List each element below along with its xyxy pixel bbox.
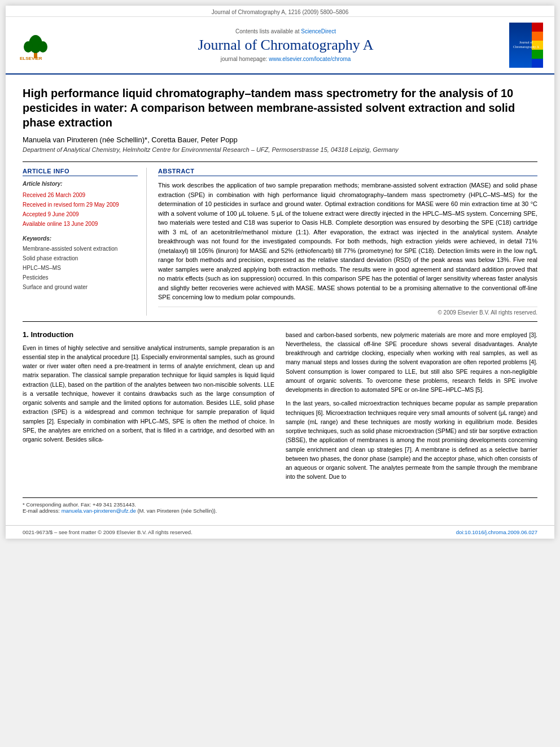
elsevier-logo: ELSEVIER bbox=[17, 27, 62, 63]
abstract-column: ABSTRACT This work describes the applica… bbox=[158, 168, 537, 316]
journal-title: Journal of Chromatography A bbox=[62, 37, 509, 54]
page: Journal of Chromatography A, 1216 (2009)… bbox=[6, 6, 554, 539]
divider bbox=[23, 161, 537, 162]
abstract-text: This work describes the application of t… bbox=[158, 181, 537, 302]
svg-point-2 bbox=[24, 41, 33, 53]
email-note: E-mail address: manuela.van-pinxteren@uf… bbox=[23, 508, 537, 514]
corresponding-note: * Corresponding author. Fax: +49 341 235… bbox=[23, 501, 537, 508]
journal-homepage-link[interactable]: www.elsevier.com/locate/chroma bbox=[269, 56, 351, 62]
available-date: Available online 13 June 2009 bbox=[23, 219, 138, 229]
body-left-column: 1. Introduction Even in times of highly … bbox=[23, 330, 274, 486]
bottom-bar: 0021-9673/$ – see front matter © 2009 El… bbox=[6, 525, 554, 539]
article-title: High performance liquid chromatography–t… bbox=[23, 86, 537, 130]
keywords-label: Keywords: bbox=[23, 235, 138, 242]
body-right-column: based and carbon-based sorbents, new pol… bbox=[286, 330, 537, 486]
footnote-area: * Corresponding author. Fax: +49 341 235… bbox=[23, 497, 537, 514]
article-info-column: ARTICLE INFO Article history: Received 2… bbox=[23, 168, 147, 316]
body-section: 1. Introduction Even in times of highly … bbox=[23, 330, 537, 486]
revised-date: Received in revised form 29 May 2009 bbox=[23, 200, 138, 209]
main-content: High performance liquid chromatography–t… bbox=[6, 75, 554, 525]
journal-reference-text: Journal of Chromatography A, 1216 (2009)… bbox=[212, 9, 348, 15]
keyword-2: Solid phase extraction bbox=[23, 254, 138, 263]
journal-reference: Journal of Chromatography A, 1216 (2009)… bbox=[6, 6, 554, 17]
article-info-header: ARTICLE INFO bbox=[23, 168, 138, 176]
journal-cover-image: Journal ofChromatography A bbox=[509, 23, 543, 68]
received-date: Received 26 March 2009 bbox=[23, 190, 138, 200]
journal-homepage: journal homepage: www.elsevier.com/locat… bbox=[62, 56, 509, 62]
journal-header: ELSEVIER Contents lists available at Sci… bbox=[6, 17, 554, 75]
keyword-5: Surface and ground water bbox=[23, 282, 138, 292]
authors: Manuela van Pinxteren (née Schellin)*, C… bbox=[23, 136, 537, 144]
science-direct-link[interactable]: ScienceDirect bbox=[301, 28, 336, 34]
keyword-4: Pesticides bbox=[23, 273, 138, 282]
abstract-header: ABSTRACT bbox=[158, 168, 537, 176]
intro-paragraph-1: Even in times of highly selective and se… bbox=[23, 343, 274, 444]
keyword-3: HPLC–MS–MS bbox=[23, 263, 138, 273]
copyright-line: © 2009 Elsevier B.V. All rights reserved… bbox=[158, 307, 537, 316]
intro-section-title: 1. Introduction bbox=[23, 330, 274, 339]
history-label: Article history: bbox=[23, 181, 138, 187]
issn-text: 0021-9673/$ – see front matter © 2009 El… bbox=[23, 529, 193, 535]
doi-link[interactable]: doi:10.1016/j.chroma.2009.06.027 bbox=[456, 529, 537, 535]
svg-text:ELSEVIER: ELSEVIER bbox=[20, 56, 42, 61]
accepted-date: Accepted 9 June 2009 bbox=[23, 209, 138, 219]
contents-line: Contents lists available at ScienceDirec… bbox=[62, 28, 509, 34]
affiliation: Department of Analytical Chemistry, Helm… bbox=[23, 146, 537, 153]
intro-paragraph-2: based and carbon-based sorbents, new pol… bbox=[286, 330, 537, 482]
divider-2 bbox=[23, 321, 537, 322]
article-info-abstract-section: ARTICLE INFO Article history: Received 2… bbox=[23, 168, 537, 316]
email-link[interactable]: manuela.van-pinxteren@ufz.de bbox=[62, 508, 136, 514]
elsevier-logo-svg: ELSEVIER bbox=[17, 27, 62, 61]
svg-point-3 bbox=[38, 41, 47, 53]
journal-center: Contents lists available at ScienceDirec… bbox=[62, 28, 509, 62]
keyword-1: Membrane-assisted solvent extraction bbox=[23, 244, 138, 254]
